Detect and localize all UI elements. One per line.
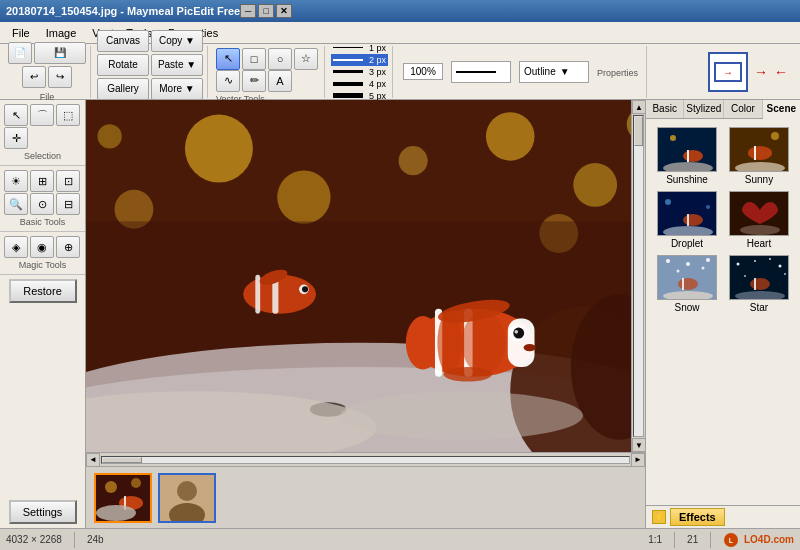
save-button[interactable]: 💾 bbox=[34, 42, 86, 64]
svg-point-76 bbox=[779, 265, 782, 268]
paste-button[interactable]: Paste ▼ bbox=[151, 54, 203, 76]
close-button[interactable]: ✕ bbox=[276, 4, 292, 18]
text-tool[interactable]: A bbox=[268, 70, 292, 92]
status-zoom1[interactable]: 1:1 bbox=[648, 534, 662, 545]
svg-rect-71 bbox=[682, 278, 684, 290]
vscroll-down[interactable]: ▼ bbox=[632, 438, 645, 452]
selection-label: Selection bbox=[4, 151, 81, 161]
menu-file[interactable]: File bbox=[4, 25, 38, 41]
effect-thumb-droplet bbox=[657, 191, 717, 236]
svg-rect-54 bbox=[754, 146, 756, 160]
filmstrip-thumb-1[interactable] bbox=[94, 473, 152, 523]
linewidth-section: 1 px 2 px 3 px 4 px 5 px bbox=[327, 46, 393, 98]
svg-point-69 bbox=[702, 267, 705, 270]
tab-scene[interactable]: Scene bbox=[763, 100, 800, 119]
lw-3px[interactable]: 3 px bbox=[331, 66, 388, 78]
effects-tab-label[interactable]: Effects bbox=[670, 508, 725, 526]
line-style-dropdown[interactable]: Outline▼ bbox=[519, 61, 589, 83]
more-button[interactable]: More ▼ bbox=[151, 78, 203, 100]
properties-label: Properties bbox=[597, 68, 638, 78]
svg-point-19 bbox=[302, 286, 308, 292]
tool-magic3[interactable]: ⊕ bbox=[56, 236, 80, 258]
lw-1px[interactable]: 1 px bbox=[331, 42, 388, 54]
basic-tools-section: ☀ ⊞ ⊡ 🔍 ⊙ ⊟ Basic Tools bbox=[0, 166, 85, 232]
redo-button[interactable]: ↪ bbox=[48, 66, 72, 88]
minimize-button[interactable]: ─ bbox=[240, 4, 256, 18]
filmstrip-thumb-2[interactable] bbox=[158, 473, 216, 523]
arrow-left-button[interactable]: ← bbox=[774, 64, 788, 80]
svg-point-39 bbox=[131, 478, 141, 488]
new-button[interactable]: 📄 bbox=[8, 42, 32, 64]
canvas-scroll bbox=[86, 100, 631, 452]
restore-button[interactable]: □ bbox=[258, 4, 274, 18]
effect-heart[interactable]: Heart bbox=[726, 191, 792, 249]
tool-magic1[interactable]: ◈ bbox=[4, 236, 28, 258]
menu-image[interactable]: Image bbox=[38, 25, 85, 41]
undo-button[interactable]: ↩ bbox=[22, 66, 46, 88]
tool-crop[interactable]: ⊡ bbox=[56, 170, 80, 192]
effect-sunny[interactable]: Sunny bbox=[726, 127, 792, 185]
titlebar-controls: ─ □ ✕ bbox=[240, 4, 292, 18]
svg-point-33 bbox=[524, 344, 536, 351]
gallery-button[interactable]: Gallery bbox=[97, 78, 149, 100]
svg-point-65 bbox=[666, 259, 670, 263]
tool-magic2[interactable]: ◉ bbox=[30, 236, 54, 258]
arrow-right-button[interactable]: → bbox=[754, 64, 768, 80]
hscroll-thumb[interactable] bbox=[102, 457, 142, 463]
vscroll-up[interactable]: ▲ bbox=[632, 100, 645, 114]
effect-thumb-star bbox=[729, 255, 789, 300]
vertical-scrollbar[interactable]: ▲ ▼ bbox=[631, 100, 645, 452]
svg-point-66 bbox=[686, 262, 690, 266]
effect-sunshine[interactable]: Sunshine bbox=[654, 127, 720, 185]
line-color-display[interactable] bbox=[451, 61, 511, 83]
pen-tool[interactable]: ✏ bbox=[242, 70, 266, 92]
tab-basic[interactable]: Basic bbox=[646, 100, 684, 118]
svg-point-57 bbox=[665, 199, 671, 205]
hscroll-right[interactable]: ► bbox=[631, 453, 645, 467]
ellipse-tool[interactable]: ○ bbox=[268, 48, 292, 70]
tool-zoom[interactable]: 🔍 bbox=[4, 193, 28, 215]
effect-droplet[interactable]: Droplet bbox=[654, 191, 720, 249]
svg-point-1 bbox=[185, 115, 253, 183]
lw-4px[interactable]: 4 px bbox=[331, 78, 388, 90]
effect-star[interactable]: Star bbox=[726, 255, 792, 313]
copy-button[interactable]: Copy ▼ bbox=[151, 30, 203, 52]
settings-button[interactable]: Settings bbox=[9, 500, 77, 524]
curve-tool[interactable]: ∿ bbox=[216, 70, 240, 92]
restore-button[interactable]: Restore bbox=[9, 279, 77, 303]
svg-point-47 bbox=[670, 135, 676, 141]
canvas-button[interactable]: Canvas bbox=[97, 30, 149, 52]
effects-grid: Sunshine Sunny bbox=[646, 119, 800, 321]
tab-color[interactable]: Color bbox=[724, 100, 762, 118]
svg-point-75 bbox=[754, 260, 756, 262]
hscroll-left[interactable]: ◄ bbox=[86, 453, 100, 467]
preview-box: → bbox=[708, 52, 748, 92]
tool-vector2[interactable]: ⊞ bbox=[30, 170, 54, 192]
main-area: ↖ ⌒ ⬚ ✛ Selection ☀ ⊞ ⊡ 🔍 ⊙ ⊟ Basic Tool… bbox=[0, 100, 800, 528]
tool-move[interactable]: ✛ bbox=[4, 127, 28, 149]
rect-tool[interactable]: □ bbox=[242, 48, 266, 70]
tool-rect-sel[interactable]: ⬚ bbox=[56, 104, 80, 126]
horizontal-scrollbar[interactable]: ◄ ► bbox=[86, 452, 645, 466]
titlebar-title: 20180714_150454.jpg - Maymeal PicEdit Fr… bbox=[6, 5, 240, 17]
tab-stylized[interactable]: Stylized bbox=[684, 100, 724, 118]
properties-section: 100% Outline▼ Properties bbox=[395, 46, 647, 98]
hscroll-track[interactable] bbox=[101, 456, 630, 464]
rotate-button[interactable]: Rotate bbox=[97, 54, 149, 76]
tool-arrow[interactable]: ↖ bbox=[4, 104, 28, 126]
canvas-area: ▲ ▼ ◄ ► bbox=[86, 100, 645, 528]
tool-trim[interactable]: ⊟ bbox=[56, 193, 80, 215]
vscroll-thumb[interactable] bbox=[634, 116, 643, 146]
svg-point-44 bbox=[177, 481, 197, 501]
tool-brightness[interactable]: ☀ bbox=[4, 170, 28, 192]
svg-point-2 bbox=[277, 170, 330, 223]
lw-2px[interactable]: 2 px bbox=[331, 54, 388, 66]
basic-tools-label: Basic Tools bbox=[4, 217, 81, 227]
select-tool[interactable]: ↖ bbox=[216, 48, 240, 70]
vscroll-track[interactable] bbox=[633, 115, 644, 437]
tool-eyedrop[interactable]: ⊙ bbox=[30, 193, 54, 215]
star-tool[interactable]: ☆ bbox=[294, 48, 318, 70]
tool-lasso[interactable]: ⌒ bbox=[30, 104, 54, 126]
effect-snow[interactable]: Snow bbox=[654, 255, 720, 313]
svg-point-3 bbox=[486, 112, 535, 161]
